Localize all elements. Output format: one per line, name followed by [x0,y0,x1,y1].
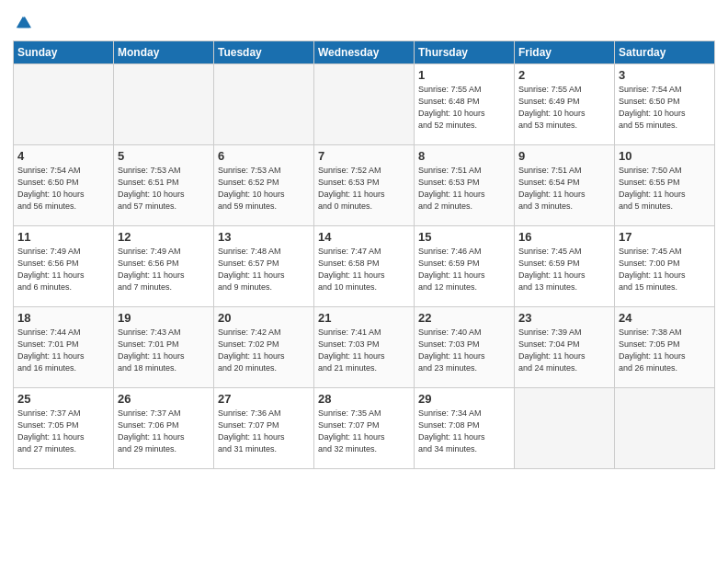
day-info: Sunrise: 7:39 AM Sunset: 7:04 PM Dayligh… [518,327,610,374]
day-number: 6 [218,149,310,163]
day-info: Sunrise: 7:42 AM Sunset: 7:02 PM Dayligh… [218,327,310,374]
calendar-day: 4Sunrise: 7:54 AM Sunset: 6:50 PM Daylig… [14,145,114,226]
day-number: 19 [118,311,210,325]
day-number: 9 [518,149,610,163]
calendar-day: 26Sunrise: 7:37 AM Sunset: 7:06 PM Dayli… [114,388,214,469]
calendar-day: 11Sunrise: 7:49 AM Sunset: 6:56 PM Dayli… [14,226,114,307]
header [13,9,715,35]
day-number: 27 [218,392,310,406]
day-number: 22 [418,311,510,325]
calendar-day: 24Sunrise: 7:38 AM Sunset: 7:05 PM Dayli… [615,307,715,388]
day-info: Sunrise: 7:55 AM Sunset: 6:49 PM Dayligh… [518,84,610,132]
calendar-day: 3Sunrise: 7:54 AM Sunset: 6:50 PM Daylig… [615,64,715,145]
day-number: 24 [619,311,711,325]
day-info: Sunrise: 7:47 AM Sunset: 6:58 PM Dayligh… [318,246,410,293]
calendar-day: 14Sunrise: 7:47 AM Sunset: 6:58 PM Dayli… [314,226,415,307]
day-number: 16 [518,230,610,244]
day-number: 14 [318,230,410,244]
day-info: Sunrise: 7:36 AM Sunset: 7:07 PM Dayligh… [218,408,310,455]
day-header-tuesday: Tuesday [214,41,314,64]
calendar-day: 16Sunrise: 7:45 AM Sunset: 6:59 PM Dayli… [515,226,615,307]
day-info: Sunrise: 7:34 AM Sunset: 7:08 PM Dayligh… [418,408,510,455]
day-info: Sunrise: 7:35 AM Sunset: 7:07 PM Dayligh… [318,408,410,455]
calendar-day: 9Sunrise: 7:51 AM Sunset: 6:54 PM Daylig… [515,145,615,226]
calendar-day: 7Sunrise: 7:52 AM Sunset: 6:53 PM Daylig… [314,145,415,226]
calendar-week-3: 11Sunrise: 7:49 AM Sunset: 6:56 PM Dayli… [14,226,715,307]
day-number: 20 [218,311,310,325]
day-info: Sunrise: 7:41 AM Sunset: 7:03 PM Dayligh… [318,327,410,374]
day-number: 15 [418,230,510,244]
calendar-day: 2Sunrise: 7:55 AM Sunset: 6:49 PM Daylig… [515,64,615,145]
day-number: 18 [17,311,109,325]
day-number: 25 [17,392,109,406]
day-info: Sunrise: 7:49 AM Sunset: 6:56 PM Dayligh… [118,246,210,293]
calendar-day [114,64,214,145]
day-info: Sunrise: 7:43 AM Sunset: 7:01 PM Dayligh… [118,327,210,374]
day-info: Sunrise: 7:49 AM Sunset: 6:56 PM Dayligh… [17,246,109,293]
day-number: 28 [318,392,410,406]
day-info: Sunrise: 7:50 AM Sunset: 6:55 PM Dayligh… [619,165,711,213]
calendar-day [615,388,715,469]
calendar-day: 10Sunrise: 7:50 AM Sunset: 6:55 PM Dayli… [615,145,715,226]
calendar-header-row: SundayMondayTuesdayWednesdayThursdayFrid… [14,41,715,64]
calendar-day [314,64,415,145]
calendar-week-5: 25Sunrise: 7:37 AM Sunset: 7:05 PM Dayli… [14,388,715,469]
day-info: Sunrise: 7:51 AM Sunset: 6:54 PM Dayligh… [518,165,610,213]
day-info: Sunrise: 7:40 AM Sunset: 7:03 PM Dayligh… [418,327,510,374]
day-info: Sunrise: 7:55 AM Sunset: 6:48 PM Dayligh… [418,84,510,132]
day-info: Sunrise: 7:38 AM Sunset: 7:05 PM Dayligh… [619,327,711,374]
logo [13,13,31,35]
day-number: 29 [418,392,510,406]
day-number: 7 [318,149,410,163]
day-number: 11 [17,230,109,244]
calendar-day: 25Sunrise: 7:37 AM Sunset: 7:05 PM Dayli… [14,388,114,469]
calendar-day: 17Sunrise: 7:45 AM Sunset: 7:00 PM Dayli… [615,226,715,307]
calendar-day: 29Sunrise: 7:34 AM Sunset: 7:08 PM Dayli… [415,388,515,469]
day-number: 13 [218,230,310,244]
calendar-day: 8Sunrise: 7:51 AM Sunset: 6:53 PM Daylig… [415,145,515,226]
day-info: Sunrise: 7:54 AM Sunset: 6:50 PM Dayligh… [619,84,711,132]
day-info: Sunrise: 7:53 AM Sunset: 6:51 PM Dayligh… [118,165,210,213]
calendar-day: 20Sunrise: 7:42 AM Sunset: 7:02 PM Dayli… [214,307,314,388]
day-header-thursday: Thursday [415,41,515,64]
day-number: 17 [619,230,711,244]
day-number: 3 [619,68,711,82]
calendar-table: SundayMondayTuesdayWednesdayThursdayFrid… [13,40,715,469]
day-number: 23 [518,311,610,325]
day-number: 8 [418,149,510,163]
day-number: 12 [118,230,210,244]
calendar-day: 19Sunrise: 7:43 AM Sunset: 7:01 PM Dayli… [114,307,214,388]
calendar-day: 22Sunrise: 7:40 AM Sunset: 7:03 PM Dayli… [415,307,515,388]
calendar-week-2: 4Sunrise: 7:54 AM Sunset: 6:50 PM Daylig… [14,145,715,226]
calendar-day: 12Sunrise: 7:49 AM Sunset: 6:56 PM Dayli… [114,226,214,307]
day-number: 4 [17,149,109,163]
day-info: Sunrise: 7:44 AM Sunset: 7:01 PM Dayligh… [17,327,109,374]
day-info: Sunrise: 7:48 AM Sunset: 6:57 PM Dayligh… [218,246,310,293]
day-info: Sunrise: 7:46 AM Sunset: 6:59 PM Dayligh… [418,246,510,293]
day-info: Sunrise: 7:52 AM Sunset: 6:53 PM Dayligh… [318,165,410,213]
calendar-body: 1Sunrise: 7:55 AM Sunset: 6:48 PM Daylig… [14,64,715,469]
calendar-day: 13Sunrise: 7:48 AM Sunset: 6:57 PM Dayli… [214,226,314,307]
page-container: SundayMondayTuesdayWednesdayThursdayFrid… [0,0,728,478]
day-header-sunday: Sunday [14,41,114,64]
calendar-day [14,64,114,145]
day-info: Sunrise: 7:45 AM Sunset: 6:59 PM Dayligh… [518,246,610,293]
calendar-day: 21Sunrise: 7:41 AM Sunset: 7:03 PM Dayli… [314,307,415,388]
calendar-day: 5Sunrise: 7:53 AM Sunset: 6:51 PM Daylig… [114,145,214,226]
day-number: 2 [518,68,610,82]
day-number: 5 [118,149,210,163]
day-number: 1 [418,68,510,82]
day-number: 21 [318,311,410,325]
day-header-friday: Friday [515,41,615,64]
day-info: Sunrise: 7:54 AM Sunset: 6:50 PM Dayligh… [17,165,109,213]
day-header-saturday: Saturday [615,41,715,64]
calendar-day: 28Sunrise: 7:35 AM Sunset: 7:07 PM Dayli… [314,388,415,469]
calendar-week-1: 1Sunrise: 7:55 AM Sunset: 6:48 PM Daylig… [14,64,715,145]
day-info: Sunrise: 7:37 AM Sunset: 7:05 PM Dayligh… [17,408,109,455]
calendar-day: 15Sunrise: 7:46 AM Sunset: 6:59 PM Dayli… [415,226,515,307]
calendar-day: 6Sunrise: 7:53 AM Sunset: 6:52 PM Daylig… [214,145,314,226]
calendar-day: 27Sunrise: 7:36 AM Sunset: 7:07 PM Dayli… [214,388,314,469]
day-number: 10 [619,149,711,163]
day-info: Sunrise: 7:51 AM Sunset: 6:53 PM Dayligh… [418,165,510,213]
calendar-day: 23Sunrise: 7:39 AM Sunset: 7:04 PM Dayli… [515,307,615,388]
